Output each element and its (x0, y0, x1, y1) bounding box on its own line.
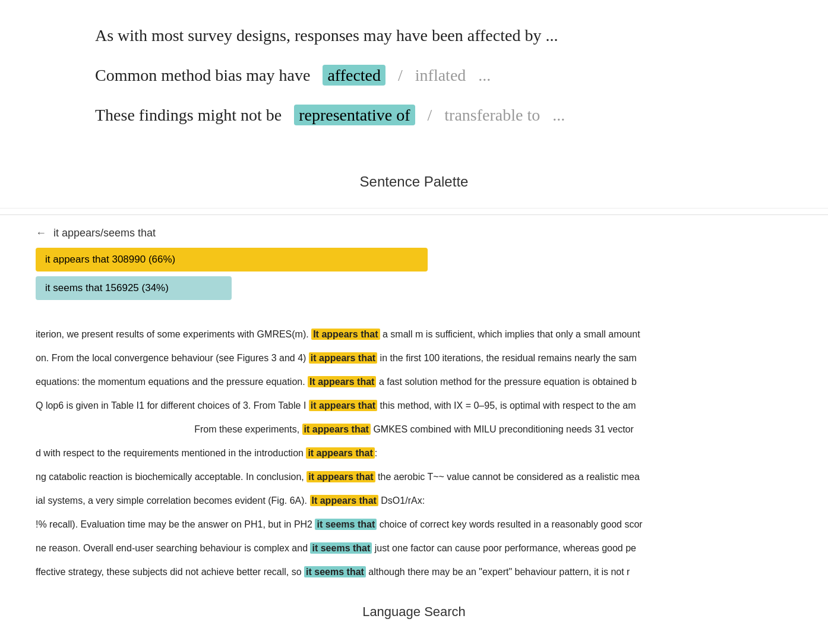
result-prefix-0: iterion, we present results of some expe… (36, 329, 311, 339)
result-prefix-10: ffective strategy, these subjects did no… (36, 567, 304, 577)
result-row-8: !% recall). Evaluation time may be the a… (36, 513, 792, 536)
result-highlight-8: it seems that (315, 519, 377, 530)
result-row-10: ffective strategy, these subjects did no… (36, 560, 792, 584)
result-row-3: Q lop6 is given in Table I1 for differen… (36, 394, 792, 418)
divider-1 (0, 208, 828, 209)
result-suffix-1: in the first 100 iterations, the residua… (377, 353, 637, 363)
alt-word-inflated: inflated (415, 66, 466, 84)
result-suffix-10: although there may be an "expert" behavi… (366, 567, 630, 577)
result-row-0: iterion, we present results of some expe… (36, 323, 792, 346)
result-prefix-7: ial systems, a very simple correlation b… (36, 495, 310, 506)
result-suffix-4: GMKES combined with MILU preconditioning… (371, 424, 634, 434)
result-prefix-6: ng catabolic reaction is biochemically a… (36, 472, 306, 482)
result-highlight-10: it seems that (304, 566, 366, 577)
result-row-4: From these experiments, it appears that … (36, 418, 792, 441)
result-suffix-7: DsO1/rAx: (378, 495, 425, 506)
result-prefix-1: on. From the local convergence behaviour… (36, 353, 309, 363)
result-row-6: ng catabolic reaction is biochemically a… (36, 465, 792, 489)
result-suffix-8: choice of correct key words resulted in … (377, 519, 642, 529)
result-row-7: ial systems, a very simple correlation b… (36, 489, 792, 513)
result-highlight-1: it appears that (309, 352, 377, 364)
result-prefix-5: d with respect to the requirements menti… (36, 448, 306, 458)
top-section: As with most survey designs, responses m… (0, 0, 828, 156)
result-highlight-4: it appears that (302, 424, 371, 435)
result-suffix-5: : (375, 448, 377, 458)
result-prefix-8: !% recall). Evaluation time may be the a… (36, 519, 315, 529)
result-suffix-6: the aerobic T~~ value cannot be consider… (375, 472, 640, 482)
result-row-2: equations: the momentum equations and th… (36, 370, 792, 394)
result-prefix-9: ne reason. Overall end-user searching be… (36, 543, 310, 553)
separator-3: / (428, 106, 432, 124)
suggestion-label-1: it seems that 156925 (34%) (45, 282, 169, 294)
result-row-5: d with respect to the requirements menti… (36, 441, 792, 465)
result-highlight-6: it appears that (306, 471, 375, 482)
sentence-prefix-3: These findings might not be (95, 106, 282, 124)
result-highlight-0: It appears that (311, 329, 380, 340)
ellipsis-3: ... (552, 106, 565, 124)
highlighted-word-representative[interactable]: representative of (294, 105, 415, 125)
result-row-9: ne reason. Overall end-user searching be… (36, 536, 792, 560)
result-suffix-3: this method, with IX = 0–95, is optimal … (377, 400, 636, 411)
result-prefix-4: From these experiments, (194, 424, 302, 434)
sentence-line-1: As with most survey designs, responses m… (95, 24, 733, 47)
search-bar: ← it appears/seems that (36, 227, 792, 239)
result-prefix-3: Q lop6 is given in Table I1 for differen… (36, 400, 309, 411)
result-suffix-2: a fast solution method for the pressure … (376, 377, 637, 387)
palette-title: Sentence Palette (0, 173, 828, 190)
result-highlight-7: It appears that (310, 495, 378, 506)
result-row-1: on. From the local convergence behaviour… (36, 346, 792, 370)
back-arrow-icon[interactable]: ← (36, 227, 46, 239)
suggestion-label-0: it appears that 308990 (66%) (45, 254, 175, 266)
result-suffix-0: a small m is sufficient, which implies t… (380, 329, 640, 339)
sentence-prefix-2: Common method bias may have (95, 66, 310, 84)
sentence-line-3: These findings might not be representati… (95, 103, 733, 127)
suggestion-item-1[interactable]: it seems that 156925 (34%) (36, 276, 232, 300)
search-query[interactable]: it appears/seems that (53, 227, 156, 239)
suggestion-item-0[interactable]: it appears that 308990 (66%) (36, 248, 428, 272)
result-highlight-3: it appears that (309, 400, 377, 411)
result-prefix-2: equations: the momentum equations and th… (36, 377, 308, 387)
result-highlight-5: it appears that (306, 447, 374, 459)
result-highlight-2: It appears that (308, 376, 376, 387)
highlighted-word-affected[interactable]: affected (323, 65, 385, 86)
results-section: iterion, we present results of some expe… (0, 317, 828, 590)
separator-2: / (398, 66, 403, 84)
alt-word-transferable: transferable to (444, 106, 540, 124)
sentence-line-2: Common method bias may have affected / i… (95, 64, 733, 87)
result-suffix-9: just one factor can cause poor performan… (372, 543, 636, 553)
palette-section: ← it appears/seems that it appears that … (0, 214, 828, 317)
result-highlight-9: it seems that (310, 542, 372, 554)
sentence-text-1: As with most survey designs, responses m… (95, 26, 558, 45)
ellipsis-2: ... (478, 66, 491, 84)
bottom-title: Language Search (0, 604, 828, 620)
